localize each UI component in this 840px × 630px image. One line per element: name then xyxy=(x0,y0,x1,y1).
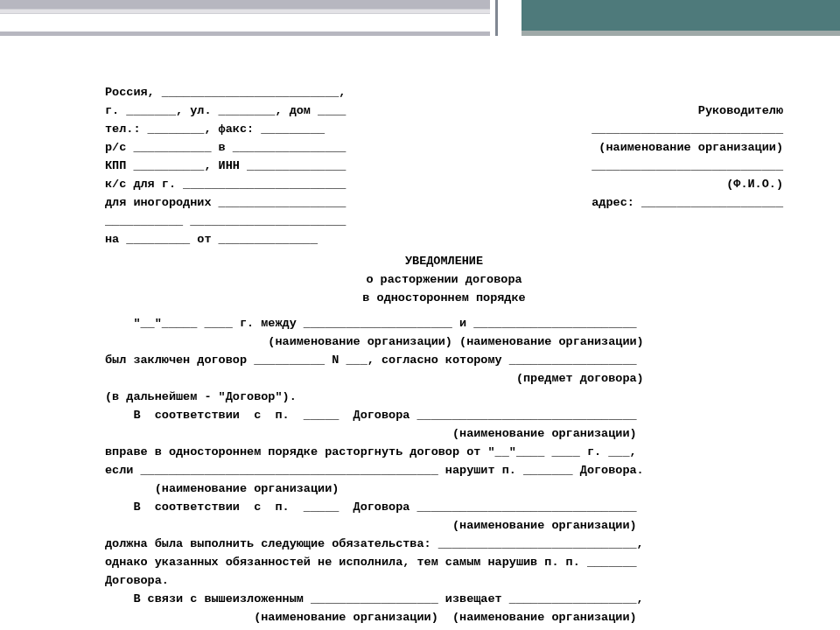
body-line: "__"_____ ____ г. между ________________… xyxy=(105,314,783,332)
document-page: { "addr": { "l1": "Россия, _____________… xyxy=(0,0,840,630)
addr-right: адрес: ____________________ xyxy=(592,193,783,212)
addr-line: тел.: ________, факс: _________ xyxy=(105,120,325,138)
addr-line: Россия, _________________________, xyxy=(105,83,346,102)
addr-line: КПП __________, ИНН ______________ xyxy=(105,157,346,175)
addr-right: (Ф.И.О.) xyxy=(726,175,783,193)
addr-right: Руководителю xyxy=(698,102,783,120)
body-line: В соответствии с п. _____ Договора _____… xyxy=(105,498,783,516)
addr-right: ___________________________ xyxy=(592,157,783,175)
addr-right: (наименование организации) xyxy=(598,138,783,157)
doc-subtitle: в одностороннем порядке xyxy=(105,289,783,307)
body-caption: (наименование организации) xyxy=(105,516,783,535)
addr-right: ___________________________ xyxy=(592,120,783,138)
body-line: должна была выполнить следующие обязател… xyxy=(105,535,783,553)
decorative-header xyxy=(0,0,840,35)
body-caption: (наименование организации) xyxy=(105,480,783,498)
body-caption: (предмет договора) xyxy=(105,369,783,388)
addr-line: р/с ___________ в ________________ xyxy=(105,138,346,157)
body-line: однако указанных обязанностей не исполни… xyxy=(105,553,783,571)
body-line: если ___________________________________… xyxy=(105,461,783,480)
addr-line: к/с для г. _______________________ xyxy=(105,175,346,193)
addr-line: для иногородних __________________ xyxy=(105,193,346,212)
body-line: вправе в одностороннем порядке расторгну… xyxy=(105,443,783,461)
body-caption: (наименование организации) (наименование… xyxy=(105,608,783,626)
body-line: В связи с вышеизложенным _______________… xyxy=(105,590,783,608)
doc-title: УВЕДОМЛЕНИЕ xyxy=(105,252,783,270)
body-line: был заключен договор __________ N ___, с… xyxy=(105,351,783,369)
body-line: (в дальнейшем - "Договор"). xyxy=(105,388,783,406)
doc-subtitle: о расторжении договора xyxy=(105,270,783,289)
addr-line: г. _______, ул. ________, дом ____ xyxy=(105,102,346,120)
document-body: Россия, _________________________, г. __… xyxy=(105,83,783,626)
body-line: Договора. xyxy=(105,571,783,590)
addr-line: ___________ ______________________ xyxy=(105,212,783,230)
body-line: В соответствии с п. _____ Договора _____… xyxy=(105,406,783,424)
body-caption: (наименование организации) (наименование… xyxy=(105,332,783,351)
addr-line: на _________ от ______________ xyxy=(105,230,783,248)
body-caption: (наименование организации) xyxy=(105,424,783,443)
